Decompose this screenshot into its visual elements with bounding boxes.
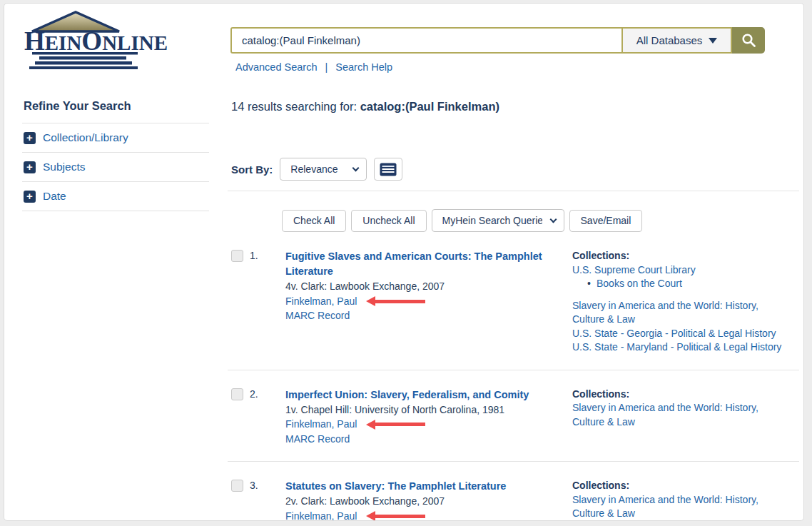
search-help-link[interactable]: Search Help xyxy=(335,61,392,73)
result-main: Fugitive Slaves and American Courts: The… xyxy=(285,249,572,355)
result-author-link[interactable]: Finkelman, Paul xyxy=(285,510,357,522)
collections-label: Collections: xyxy=(572,479,792,493)
result-row: 1. Fugitive Slaves and American Courts: … xyxy=(228,232,799,370)
plus-icon: + xyxy=(24,191,36,203)
refine-sidebar: Refine Your Search + Collection/Library … xyxy=(22,98,209,211)
links-separator: | xyxy=(325,61,328,73)
uncheck-all-button[interactable]: Uncheck All xyxy=(351,210,426,232)
result-publication: 1v. Chapel Hill: University of North Car… xyxy=(285,403,572,418)
result-checkbox[interactable] xyxy=(231,388,243,400)
sort-row: Sort By: Relevance xyxy=(231,158,799,181)
result-checkbox[interactable] xyxy=(231,250,243,262)
save-email-button[interactable]: Save/Email xyxy=(569,210,643,232)
marc-record-link[interactable]: MARC Record xyxy=(285,433,350,447)
marc-record-link[interactable]: MARC Record xyxy=(285,309,350,323)
sidebar-item-date[interactable]: + Date xyxy=(22,182,209,211)
sort-select[interactable]: Relevance xyxy=(280,158,367,181)
result-row: 2. Imperfect Union: Slavery, Federalism,… xyxy=(228,370,799,462)
sidebar-item-collection-library[interactable]: + Collection/Library xyxy=(22,123,209,153)
triangle-down-icon xyxy=(709,38,717,44)
sidebar-item-label[interactable]: Collection/Library xyxy=(43,131,128,144)
result-author-link[interactable]: Finkelman, Paul xyxy=(285,418,357,432)
sidebar-item-label[interactable]: Date xyxy=(43,190,66,203)
page-card: HEINONLINE All Databases Advanced Search xyxy=(4,3,804,521)
myhein-queries-select[interactable]: MyHein Search Queries xyxy=(432,209,564,232)
result-row: 3. Statutes on Slavery: The Pamphlet Lit… xyxy=(228,461,799,521)
result-author-link[interactable]: Finkelman, Paul xyxy=(285,295,357,309)
search-button[interactable] xyxy=(732,27,765,54)
sidebar-item-label[interactable]: Subjects xyxy=(43,161,85,173)
results-list: 1. Fugitive Slaves and American Courts: … xyxy=(228,232,799,521)
collection-link[interactable]: U.S. State - Maryland - Political & Lega… xyxy=(572,340,792,355)
plus-icon: + xyxy=(24,161,36,173)
sort-by-label: Sort By: xyxy=(231,163,273,176)
collection-link[interactable]: Slavery in America and the World: Histor… xyxy=(572,493,792,521)
collection-sub-item: Books on the Court xyxy=(572,277,792,291)
results-summary-prefix: 14 results searching for: xyxy=(231,100,360,113)
result-collections-column: Collections: Slavery in America and the … xyxy=(572,388,799,447)
results-summary: 14 results searching for: catalog:(Paul … xyxy=(231,99,799,114)
result-title-link[interactable]: Imperfect Union: Slavery, Federalism, an… xyxy=(285,388,572,403)
list-view-icon xyxy=(380,163,397,176)
result-number: 3. xyxy=(245,479,285,521)
search-input[interactable] xyxy=(230,27,623,54)
results-main: 14 results searching for: catalog:(Paul … xyxy=(228,98,799,521)
divider xyxy=(228,191,799,191)
refine-title: Refine Your Search xyxy=(22,98,209,123)
advanced-search-link[interactable]: Advanced Search xyxy=(235,61,317,73)
collection-link[interactable]: Slavery in America and the World: Histor… xyxy=(572,299,792,327)
collection-link[interactable]: U.S. State - Georgia - Political & Legal… xyxy=(572,327,792,341)
result-number: 1. xyxy=(245,249,285,355)
sidebar-item-subjects[interactable]: + Subjects xyxy=(22,153,209,182)
results-toolbar: Check All Uncheck All MyHein Search Quer… xyxy=(282,209,799,232)
collections-label: Collections: xyxy=(572,249,792,263)
check-all-button[interactable]: Check All xyxy=(282,210,346,232)
result-collections: U.S. Supreme Court LibraryBooks on the C… xyxy=(572,263,792,355)
result-main: Statutes on Slavery: The Pamphlet Litera… xyxy=(285,479,572,521)
collections-label: Collections: xyxy=(572,388,792,402)
collection-link[interactable]: U.S. Supreme Court Library xyxy=(572,263,792,278)
result-collections: Slavery in America and the World: Histor… xyxy=(572,493,792,521)
result-checkbox[interactable] xyxy=(231,480,243,492)
search-icon xyxy=(741,32,757,49)
result-title-link[interactable]: Statutes on Slavery: The Pamphlet Litera… xyxy=(285,479,572,494)
search-area: All Databases Advanced Search | Search H… xyxy=(230,27,765,73)
results-summary-query: catalog:(Paul Finkelman) xyxy=(360,100,499,113)
red-arrow-annotation xyxy=(366,420,425,430)
list-view-button[interactable] xyxy=(374,158,402,181)
collection-link[interactable]: Slavery in America and the World: Histor… xyxy=(572,401,792,429)
red-arrow-annotation xyxy=(366,296,425,306)
database-dropdown[interactable]: All Databases xyxy=(623,27,732,54)
red-arrow-annotation xyxy=(366,511,425,521)
heinonline-logo-image: HEINONLINE xyxy=(22,9,172,69)
heinonline-logo[interactable]: HEINONLINE xyxy=(22,9,172,69)
result-publication: 2v. Clark: Lawbook Exchange, 2007 xyxy=(285,495,572,509)
search-links: Advanced Search | Search Help xyxy=(235,61,765,73)
logo-wordmark: HEINONLINE xyxy=(24,26,168,56)
plus-icon: + xyxy=(24,132,36,144)
result-collections: Slavery in America and the World: Histor… xyxy=(572,401,792,429)
database-dropdown-label: All Databases xyxy=(636,34,703,46)
pediment-shape xyxy=(32,12,119,31)
result-main: Imperfect Union: Slavery, Federalism, an… xyxy=(285,388,572,447)
result-publication: 4v. Clark: Lawbook Exchange, 2007 xyxy=(285,280,572,294)
result-collections-column: Collections: U.S. Supreme Court LibraryB… xyxy=(572,249,799,355)
result-collections-column: Collections: Slavery in America and the … xyxy=(572,479,799,521)
collection-sub-link[interactable]: Books on the Court xyxy=(597,278,682,289)
result-number: 2. xyxy=(245,388,285,447)
result-title-link[interactable]: Fugitive Slaves and American Courts: The… xyxy=(285,249,572,279)
